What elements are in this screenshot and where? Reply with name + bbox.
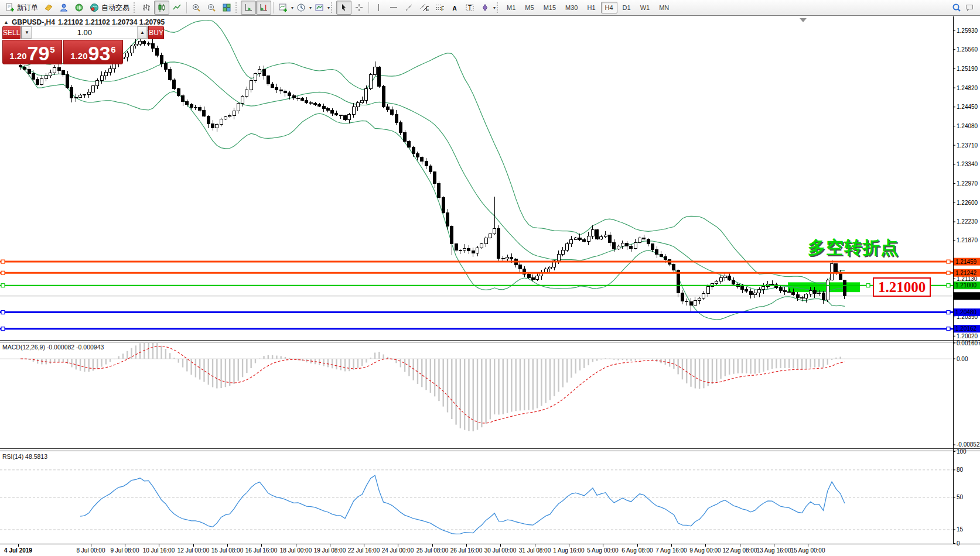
buy-price-display[interactable]: 1.20 93 6 — [63, 40, 123, 64]
equidistant-channel-icon: E — [419, 3, 429, 12]
price-tick-label: 1.24080 — [957, 123, 978, 129]
crosshair-button[interactable] — [351, 1, 367, 15]
rsi-pane — [0, 470, 953, 534]
sell-button[interactable]: SELL — [2, 26, 21, 39]
time-tick-label: 16 Jul 16:00 — [245, 547, 278, 554]
time-axis[interactable]: 4 Jul 20198 Jul 00:009 Jul 08:0010 Jul 1… — [4, 544, 825, 554]
bar-chart-button[interactable] — [139, 1, 154, 15]
alerts-icon — [74, 3, 84, 12]
new-order-icon — [5, 3, 15, 12]
line-handle[interactable] — [947, 284, 950, 287]
text-label-button[interactable]: T — [462, 1, 477, 15]
toolbar-separator — [186, 2, 187, 13]
alerts-button[interactable] — [71, 1, 87, 15]
tab-w1[interactable]: W1 — [636, 2, 654, 13]
horizontal-line-button[interactable] — [386, 1, 401, 15]
chat-icon[interactable] — [965, 3, 974, 12]
search-icon[interactable] — [952, 3, 961, 12]
turning-point-annotation[interactable]: 多空转折点 — [808, 236, 899, 260]
line-handle[interactable] — [1, 271, 5, 274]
price-callout-label[interactable]: 1.21000 — [873, 277, 931, 297]
tab-d1[interactable]: D1 — [619, 2, 635, 13]
tab-mn[interactable]: MN — [655, 2, 673, 13]
tab-m5[interactable]: M5 — [521, 2, 538, 13]
line-handle[interactable] — [1, 284, 5, 287]
fibonacci-button[interactable]: F — [432, 1, 447, 15]
line-handle[interactable] — [866, 284, 870, 287]
trendline-button[interactable] — [401, 1, 416, 15]
indicators-button[interactable] — [275, 1, 291, 15]
vertical-line-button[interactable] — [371, 1, 386, 15]
symbol-label: GBPUSD-,H4 — [12, 18, 55, 26]
volume-down-button[interactable]: ▼ — [22, 26, 32, 39]
periods-button[interactable] — [293, 1, 309, 15]
macd-tick-label: -0.008522 — [957, 441, 980, 448]
vertical-line-icon — [374, 3, 383, 12]
line-handle[interactable] — [947, 327, 950, 331]
autotrading-button[interactable]: 自动交易 — [87, 1, 132, 14]
text-button[interactable]: A — [447, 1, 462, 15]
templates-button[interactable] — [312, 1, 327, 15]
tab-h1[interactable]: H1 — [583, 2, 599, 13]
rsi-tick-label: 80 — [957, 466, 964, 473]
sell-price-display[interactable]: 1.20 79 5 — [2, 40, 62, 64]
price-badge: 1.21000 — [955, 282, 977, 289]
tab-m15[interactable]: M15 — [539, 2, 560, 13]
time-tick-label: 18 Jul 00:00 — [280, 547, 312, 554]
time-tick-label: 15 Aug 00:00 — [791, 547, 825, 554]
tile-windows-button[interactable] — [219, 1, 234, 15]
line-handle[interactable] — [947, 260, 950, 263]
time-tick-label: 22 Jul 16:00 — [348, 547, 380, 554]
toolbar: 新订单 自动交易 ▾ ▾ ▾ — [0, 0, 980, 16]
strategy-tester-button[interactable] — [56, 1, 71, 15]
chart-shift-button[interactable] — [256, 1, 271, 15]
time-tick-label: 4 Jul 2019 — [4, 547, 32, 554]
tab-m1[interactable]: M1 — [503, 2, 520, 13]
arrows-dropdown-arrow[interactable]: ▾ — [493, 5, 496, 11]
chart-shift-marker[interactable] — [800, 18, 807, 22]
channel-button[interactable]: E — [416, 1, 432, 15]
arrows-button[interactable] — [477, 1, 493, 15]
hline-1.21242[interactable] — [0, 271, 953, 274]
chart-header: ▲ GBPUSD-,H4 1.21102 1.21102 1.20734 1.2… — [4, 18, 165, 26]
zoom-out-button[interactable] — [204, 1, 219, 15]
one-click-toggle-icon[interactable]: ▲ — [4, 19, 9, 25]
chart-shift-icon — [259, 3, 268, 12]
text-icon: A — [450, 3, 459, 12]
new-order-button[interactable]: 新订单 — [2, 1, 41, 14]
hline-1.21459[interactable] — [0, 260, 953, 263]
cursor-button[interactable] — [336, 1, 351, 15]
tab-h4[interactable]: H4 — [601, 2, 617, 13]
line-handle[interactable] — [1, 260, 5, 263]
buy-price-prefix: 1.20 — [70, 51, 87, 61]
time-tick-label: 24 Jul 00:00 — [382, 547, 414, 554]
line-handle[interactable] — [1, 311, 5, 314]
zoom-in-button[interactable] — [189, 1, 204, 15]
volume-input[interactable] — [32, 26, 137, 39]
auto-scroll-button[interactable] — [241, 1, 256, 15]
price-tick-label: 1.21870 — [957, 237, 978, 243]
line-handle[interactable] — [947, 271, 950, 274]
rsi-tick-label: 0 — [957, 540, 960, 547]
one-click-trading-panel: SELL ▼ ▲ BUY 1.20 79 5 1.20 93 6 — [2, 26, 123, 64]
line-handle[interactable] — [1, 327, 5, 331]
hline-1.20162[interactable] — [0, 327, 953, 331]
volume-up-button[interactable]: ▲ — [137, 26, 147, 39]
hline-1.20480[interactable] — [0, 311, 953, 314]
macd-tick-label: 0.001607 — [957, 340, 980, 346]
chart-canvas[interactable]: 1.259301.255601.251901.248201.244501.240… — [0, 0, 980, 556]
line-handle[interactable] — [947, 311, 950, 314]
bollinger-middle-band — [21, 62, 845, 292]
strategy-tester-icon — [59, 3, 69, 12]
metaeditor-button[interactable] — [41, 1, 56, 15]
time-tick-label: 12 Aug 08:00 — [723, 547, 757, 554]
buy-button[interactable]: BUY — [148, 26, 164, 39]
time-tick-label: 10 Jul 16:00 — [143, 547, 175, 554]
price-badge: 1.20162 — [955, 325, 977, 332]
tab-m30[interactable]: M30 — [561, 2, 582, 13]
line-chart-button[interactable] — [169, 1, 185, 15]
rsi-tick-label: 15 — [957, 526, 964, 533]
candlestick-chart-button[interactable] — [154, 1, 169, 15]
time-tick-label: 15 Jul 08:00 — [211, 547, 244, 554]
templates-dropdown-arrow[interactable]: ▾ — [327, 5, 330, 11]
